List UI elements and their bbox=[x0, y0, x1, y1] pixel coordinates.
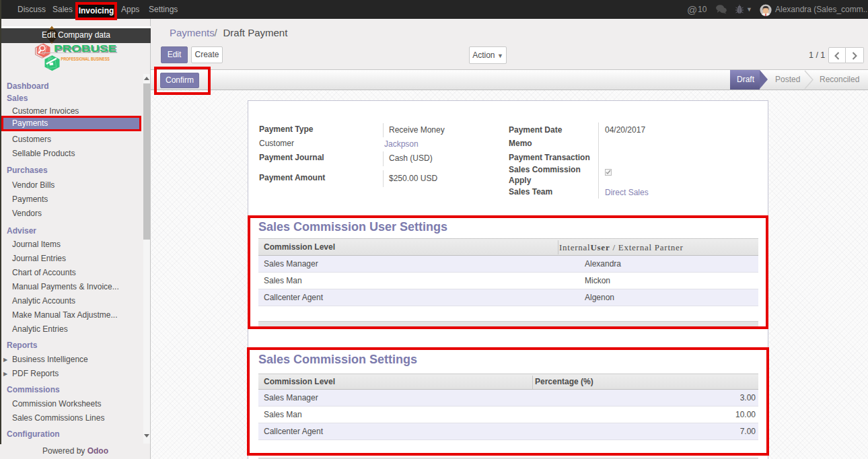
svg-text:PROFESSIONAL BUSINESS: PROFESSIONAL BUSINESS bbox=[61, 56, 110, 62]
svg-text:PROBUSE: PROBUSE bbox=[54, 43, 116, 54]
